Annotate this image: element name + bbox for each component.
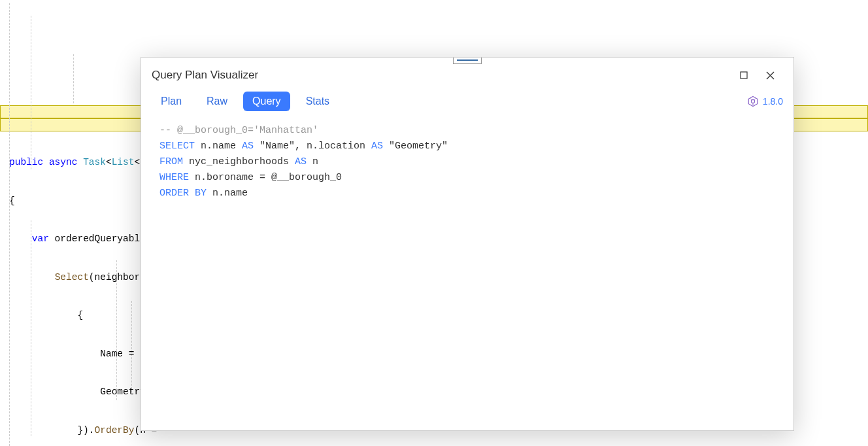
version-text: 1.8.0 [763,96,783,107]
maximize-button[interactable] [733,67,754,84]
query-plan-dialog: Query Plan Visualizer Plan Raw Query Sta… [141,57,794,431]
version-badge[interactable]: 1.8.0 [747,95,783,107]
close-icon [766,71,775,80]
svg-rect-0 [741,72,747,78]
sql-line: WHERE n.boroname = @__borough_0 [159,170,775,186]
tab-plan[interactable]: Plan [152,92,191,111]
close-button[interactable] [760,67,780,84]
sql-line: FROM nyc_neighborhoods AS n [159,154,775,170]
dialog-title: Query Plan Visualizer [152,69,728,82]
svg-point-2 [751,99,754,103]
drag-handle[interactable] [453,58,482,64]
tab-query[interactable]: Query [243,92,290,111]
svg-line-4 [754,99,755,100]
tab-bar: Plan Raw Query Stats 1.8.0 [141,88,793,118]
app-logo-icon [747,95,759,107]
svg-line-3 [750,99,752,100]
sql-content[interactable]: -- @__borough_0='Manhattan' SELECT n.nam… [141,118,793,207]
tab-raw[interactable]: Raw [197,92,237,111]
sql-line: SELECT n.name AS "Name", n.location AS "… [159,139,775,154]
maximize-icon [740,71,748,79]
sql-comment: -- @__borough_0='Manhattan' [159,123,775,139]
sql-line: ORDER BY n.name [159,186,775,201]
tab-stats[interactable]: Stats [297,92,339,111]
